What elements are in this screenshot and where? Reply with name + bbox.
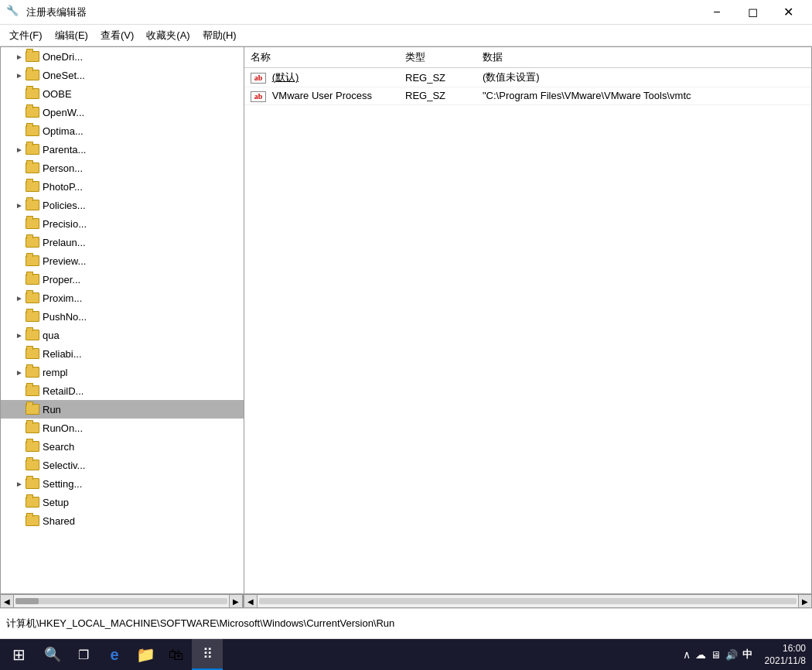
menu-edit[interactable]: 编辑(E): [49, 26, 94, 46]
search-taskbar-icon: 🔍: [44, 646, 61, 663]
clock-area[interactable]: 16:00 2021/11/8: [759, 642, 812, 667]
tray-caret-icon[interactable]: ∧: [683, 648, 691, 661]
tree-item-search[interactable]: ► Search: [1, 437, 244, 456]
folder-icon: [26, 348, 39, 359]
scroll-left-arrow-detail[interactable]: ◀: [244, 594, 258, 608]
tree-label: Reliabi...: [43, 348, 82, 360]
col-name: 名称: [244, 47, 399, 68]
folder-icon: [26, 144, 39, 155]
scroll-right-arrow-detail[interactable]: ▶: [798, 594, 812, 608]
store-icon: 🛍: [169, 646, 184, 664]
tray-ime-icon[interactable]: 中: [742, 648, 752, 661]
chevron-icon: ►: [13, 366, 26, 378]
tree-item-prelaun[interactable]: ► Prelaun...: [1, 233, 244, 251]
tree-item-rempl[interactable]: ► rempl: [1, 363, 244, 381]
tree-label: Parenta...: [43, 144, 86, 156]
explorer-icon: 📁: [136, 645, 155, 664]
tree-item-qua[interactable]: ► qua: [1, 326, 244, 344]
folder-icon: [26, 274, 39, 285]
folder-icon: [26, 385, 39, 396]
menu-favorites[interactable]: 收藏夹(A): [140, 26, 196, 46]
taskbar-store-button[interactable]: 🛍: [161, 639, 192, 670]
tree-item-retaild[interactable]: ► RetailD...: [1, 381, 244, 400]
tree-item-setting[interactable]: ► Setting...: [1, 474, 244, 493]
tree-label: qua: [43, 330, 60, 341]
start-button[interactable]: ⊞: [0, 639, 37, 670]
tree-item-photop[interactable]: ► PhotoP...: [1, 177, 244, 196]
folder-icon: [26, 367, 39, 378]
tree-item-oneset[interactable]: ► OneSet...: [1, 66, 244, 84]
folder-icon: [26, 422, 39, 433]
entry-name-label: VMware User Process: [272, 90, 372, 101]
tree-item-preview[interactable]: ► Preview...: [1, 251, 244, 270]
tree-item-openw[interactable]: ► OpenW...: [1, 103, 244, 121]
taskbar-explorer-button[interactable]: 📁: [130, 639, 161, 670]
tree-item-oobe[interactable]: ► OOBE: [1, 84, 244, 103]
menu-file[interactable]: 文件(F): [3, 26, 49, 46]
restore-button[interactable]: ◻: [735, 0, 770, 25]
entry-type: REG_SZ: [399, 68, 476, 87]
tree-label: Prelaun...: [43, 237, 86, 248]
tree-label: Person...: [43, 162, 83, 174]
tree-item-policies[interactable]: ► Policies...: [1, 196, 244, 214]
tray-cloud-icon[interactable]: ☁: [695, 648, 706, 661]
folder-icon: [26, 218, 39, 229]
entry-data: "C:\Program Files\VMware\VMware Tools\vm…: [476, 87, 811, 105]
tree-label: Preview...: [43, 255, 86, 267]
scroll-right-arrow[interactable]: ▶: [229, 594, 243, 608]
detail-panel: 名称 类型 数据 ab (默认) REG_SZ (数值未设置) ab: [244, 47, 811, 593]
close-button[interactable]: ✕: [770, 0, 806, 25]
tray-monitor-icon[interactable]: 🖥: [711, 649, 721, 661]
menu-help[interactable]: 帮助(H): [196, 26, 243, 46]
folder-icon: [26, 107, 39, 118]
tree-label: Search: [43, 441, 74, 453]
tree-label: RunOn...: [43, 422, 83, 434]
title-bar: 🔧 注册表编辑器 − ◻ ✕: [0, 0, 812, 25]
folder-icon: [26, 200, 39, 210]
tray-volume-icon[interactable]: 🔊: [725, 649, 738, 661]
tree-item-setup[interactable]: ► Setup: [1, 493, 244, 511]
taskbar: ⊞ 🔍 ❐ e 📁 🛍 ⠿ ∧ ☁ 🖥 🔊 中 16:00 2021/11/8: [0, 639, 812, 670]
tree-item-reliabi[interactable]: ► Reliabi...: [1, 344, 244, 363]
chevron-icon: ►: [13, 477, 26, 490]
reg-ab-icon: ab: [251, 73, 266, 84]
folder-icon: [26, 478, 39, 489]
tree-label: OneSet...: [43, 70, 85, 81]
folder-icon: [26, 255, 39, 266]
tree-item-runon[interactable]: ► RunOn...: [1, 419, 244, 437]
horizontal-scrollbar[interactable]: ◀ ▶ ◀ ▶: [0, 594, 812, 608]
taskbar-regedit-button[interactable]: ⠿: [192, 639, 223, 670]
tree-scroll[interactable]: ► OneDri... ► OneSet... ► OOBE ► OpenW..…: [1, 47, 244, 593]
clock-date: 2021/11/8: [765, 655, 806, 667]
status-bar: 计算机\HKEY_LOCAL_MACHINE\SOFTWARE\Microsof…: [0, 608, 812, 639]
tree-item-pushno[interactable]: ► PushNo...: [1, 307, 244, 326]
folder-icon: [26, 125, 39, 136]
entry-name: ab VMware User Process: [244, 87, 399, 105]
app-icon: 🔧: [6, 5, 22, 20]
tree-item-run[interactable]: ► Run: [1, 400, 244, 419]
table-row[interactable]: ab (默认) REG_SZ (数值未设置): [244, 68, 811, 87]
table-row[interactable]: ab VMware User Process REG_SZ "C:\Progra…: [244, 87, 811, 105]
menu-view[interactable]: 查看(V): [94, 26, 140, 46]
tree-label: RetailD...: [43, 385, 84, 397]
taskbar-edge-button[interactable]: e: [99, 639, 130, 670]
scroll-left-arrow[interactable]: ◀: [0, 594, 14, 608]
tree-item-proxim[interactable]: ► Proxim...: [1, 289, 244, 307]
minimize-button[interactable]: −: [699, 0, 735, 25]
content-area: ► OneDri... ► OneSet... ► OOBE ► OpenW..…: [0, 46, 812, 594]
taskbar-search-button[interactable]: 🔍: [37, 639, 68, 670]
tree-item-parenta[interactable]: ► Parenta...: [1, 140, 244, 159]
regedit-icon: ⠿: [203, 645, 213, 662]
folder-icon: [26, 181, 39, 192]
tree-item-selectiv[interactable]: ► Selectiv...: [1, 456, 244, 474]
folder-icon: [26, 70, 39, 80]
tree-item-onedrive[interactable]: ► OneDri...: [1, 47, 244, 66]
tree-item-optima[interactable]: ► Optima...: [1, 121, 244, 140]
tree-item-proper[interactable]: ► Proper...: [1, 270, 244, 289]
tree-item-person[interactable]: ► Person...: [1, 159, 244, 177]
tree-item-shared[interactable]: ► Shared: [1, 511, 244, 530]
taskbar-taskview-button[interactable]: ❐: [68, 639, 99, 670]
tree-item-precisio[interactable]: ► Precisio...: [1, 214, 244, 233]
reg-ab-icon: ab: [251, 91, 266, 102]
tree-label: Proxim...: [43, 292, 82, 304]
